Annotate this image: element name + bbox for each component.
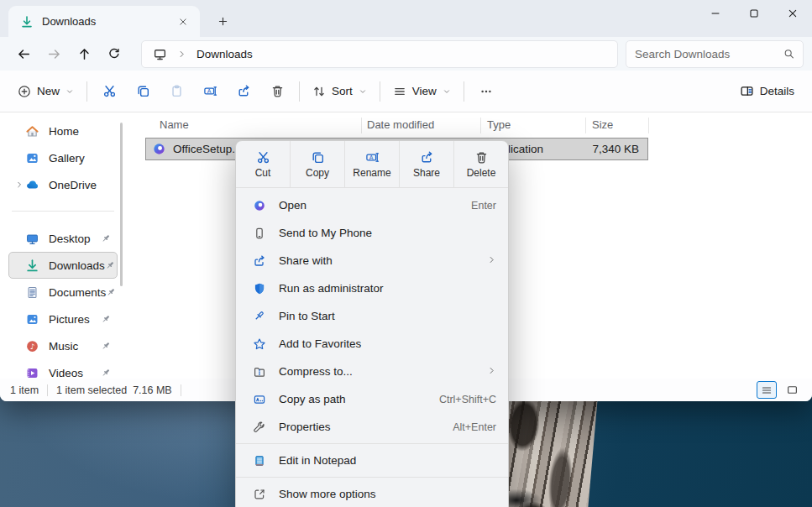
- column-header-size[interactable]: Size: [592, 118, 613, 131]
- sort-button[interactable]: Sort: [305, 76, 375, 107]
- submenu-chevron-icon: [487, 254, 496, 267]
- selection-count: 1 item selected: [56, 384, 127, 396]
- column-separator[interactable]: [585, 118, 586, 133]
- videos-icon: [25, 366, 39, 379]
- copy-button[interactable]: [126, 76, 160, 107]
- column-header-name[interactable]: Name: [160, 118, 189, 131]
- new-button[interactable]: New: [10, 76, 81, 107]
- breadcrumb[interactable]: Downloads: [141, 40, 618, 68]
- view-button[interactable]: View: [385, 76, 458, 107]
- menu-item-label: Edit in Notepad: [279, 454, 356, 467]
- pin-icon: [253, 310, 266, 323]
- menu-item-properties[interactable]: Properties Alt+Enter: [236, 413, 508, 441]
- sidebar-item-music[interactable]: Music: [8, 332, 118, 359]
- menu-item-share-with[interactable]: Share with: [236, 247, 508, 274]
- column-separator[interactable]: [648, 118, 649, 133]
- pin-icon: [101, 368, 112, 379]
- cut-button[interactable]: [92, 76, 126, 107]
- share-icon: [237, 84, 251, 98]
- menu-item-label: Run as administrator: [279, 282, 384, 295]
- share-button[interactable]: [227, 76, 260, 107]
- maximize-icon: [748, 8, 760, 19]
- menu-item-run-as-administrator[interactable]: Run as administrator: [236, 274, 508, 302]
- menu-item-add-to-favorites[interactable]: Add to Favorites: [236, 330, 508, 358]
- more-options-button[interactable]: [469, 76, 503, 107]
- details-label: Details: [760, 85, 794, 97]
- sidebar-item-downloads[interactable]: Downloads: [8, 252, 118, 279]
- sidebar-item-label: Gallery: [49, 152, 85, 165]
- sidebar-scrollbar[interactable]: [120, 123, 123, 286]
- sidebar-separator: [12, 211, 114, 212]
- copy-icon: [311, 150, 325, 165]
- tab-downloads[interactable]: Downloads: [8, 6, 200, 37]
- tab-close-button[interactable]: [173, 12, 193, 32]
- menu-items: Open Enter Send to My Phone Share with R…: [236, 188, 508, 507]
- sidebar-item-pictures[interactable]: Pictures: [8, 306, 118, 332]
- sidebar-item-label: Videos: [49, 367, 83, 379]
- search-input[interactable]: [635, 48, 783, 60]
- refresh-button[interactable]: [99, 39, 129, 69]
- menu-item-copy-as-path[interactable]: Copy as path Ctrl+Shift+C: [236, 385, 508, 413]
- column-header-type[interactable]: Type: [487, 118, 511, 131]
- menu-share-button[interactable]: Share: [400, 141, 454, 187]
- menu-delete-button[interactable]: Delete: [454, 141, 508, 187]
- share-icon: [253, 254, 266, 268]
- menu-cut-button[interactable]: Cut: [236, 141, 291, 187]
- menu-item-label: Send to My Phone: [279, 227, 372, 239]
- close-icon: [787, 8, 799, 19]
- sidebar-item-onedrive[interactable]: OneDrive: [8, 171, 118, 198]
- column-separator[interactable]: [361, 118, 362, 133]
- new-tab-button[interactable]: [210, 8, 235, 34]
- close-button[interactable]: [773, 0, 812, 26]
- sidebar-item-documents[interactable]: Documents: [8, 279, 118, 306]
- menu-rename-button[interactable]: Rename: [345, 141, 400, 187]
- gallery-icon: [25, 151, 39, 165]
- desktop-icon: [25, 232, 39, 246]
- column-header-date-modified[interactable]: Date modified: [367, 118, 434, 131]
- up-button[interactable]: [69, 39, 99, 69]
- details-view-toggle[interactable]: [757, 381, 777, 399]
- search-icon: [783, 48, 794, 60]
- status-separator: [47, 384, 48, 396]
- menu-item-send-to-my-phone[interactable]: Send to My Phone: [236, 219, 508, 247]
- expand-chevron-icon[interactable]: [13, 180, 25, 189]
- rename-button[interactable]: [193, 76, 227, 107]
- office-setup-icon: [152, 142, 166, 156]
- quick-action-label: Delete: [467, 167, 496, 179]
- menu-separator: [236, 477, 508, 478]
- forward-icon: [47, 47, 61, 61]
- delete-button[interactable]: [260, 76, 294, 107]
- column-separator[interactable]: [480, 118, 481, 133]
- window-controls: [696, 0, 812, 26]
- details-pane-button[interactable]: Details: [732, 76, 802, 107]
- menu-item-label: Pin to Start: [279, 310, 335, 322]
- home-icon: [25, 124, 39, 139]
- menu-item-compress-to[interactable]: Compress to...: [236, 358, 508, 385]
- menu-item-pin-to-start[interactable]: Pin to Start: [236, 302, 508, 330]
- sidebar-item-gallery[interactable]: Gallery: [8, 144, 118, 171]
- breadcrumb-location[interactable]: Downloads: [196, 48, 253, 60]
- menu-item-show-more-options[interactable]: Show more options: [236, 480, 508, 507]
- chevron-down-icon: [443, 87, 451, 96]
- paste-button[interactable]: [160, 76, 193, 107]
- menu-item-label: Open: [279, 199, 306, 212]
- refresh-icon: [107, 47, 121, 60]
- menu-item-edit-in-notepad[interactable]: Edit in Notepad: [236, 447, 508, 474]
- thumbnail-view-toggle[interactable]: [782, 381, 802, 399]
- documents-icon: [25, 285, 39, 300]
- menu-copy-button[interactable]: Copy: [291, 141, 345, 187]
- cut-icon: [102, 84, 117, 98]
- back-button[interactable]: [8, 39, 39, 69]
- navigation-bar: Downloads: [0, 37, 812, 71]
- maximize-button[interactable]: [735, 0, 773, 26]
- navigation-pane: Home Gallery OneDrive Desktop: [0, 113, 126, 379]
- sidebar-item-home[interactable]: Home: [8, 118, 118, 144]
- sidebar-item-desktop[interactable]: Desktop: [8, 225, 118, 252]
- quick-action-label: Copy: [306, 167, 329, 179]
- download-icon: [25, 259, 39, 273]
- minimize-button[interactable]: [696, 0, 735, 26]
- menu-item-open[interactable]: Open Enter: [236, 191, 508, 219]
- chevron-down-icon: [65, 87, 74, 96]
- sidebar-item-videos[interactable]: Videos: [8, 359, 118, 379]
- forward-button[interactable]: [39, 39, 69, 69]
